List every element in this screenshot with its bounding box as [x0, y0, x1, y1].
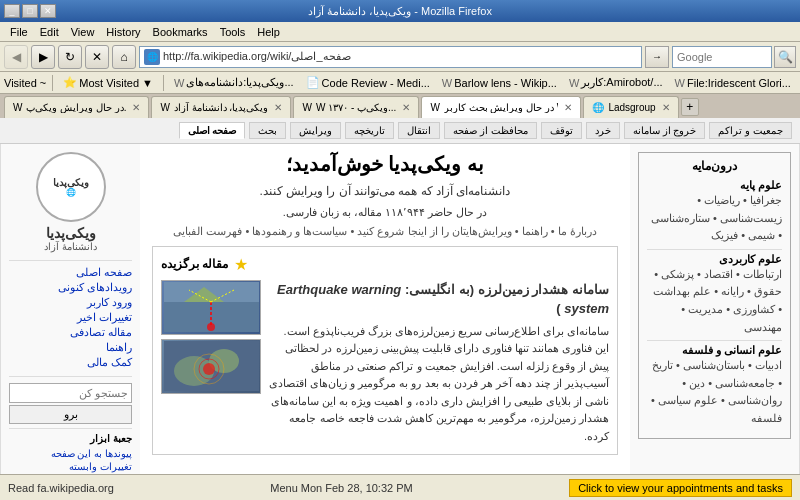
search-container: 🔍	[672, 46, 796, 68]
featured-article-header: ★ مقاله برگزیده	[161, 255, 609, 274]
wiki-logo-area: ویکی‌پدیا 🌐 ویکی‌پدیا دانشنامهٔ آزاد	[9, 152, 132, 252]
tab-4[interactable]: 🌐 Ladsgroup ✕	[583, 96, 678, 118]
tab-0-label: در حال ویرایش ویکی‌پ...	[26, 102, 126, 113]
bookmark-3[interactable]: W Barlow lens - Wikip...	[438, 76, 561, 90]
contents-section-1: علوم کاربردی ارتباطات • اقتصاد • پزشکی •…	[647, 253, 782, 336]
stop-button[interactable]: ✕	[85, 45, 109, 69]
go-button[interactable]: →	[645, 46, 669, 68]
menu-tools[interactable]: Tools	[214, 24, 252, 40]
menu-view[interactable]: View	[65, 24, 101, 40]
sidebar-link-help[interactable]: راهنما	[9, 340, 132, 355]
wiki-tab-main[interactable]: صفحه اصلی	[179, 122, 246, 139]
reload-button[interactable]: ↻	[58, 45, 82, 69]
tab-0[interactable]: W در حال ویرایش ویکی‌پ... ✕	[4, 96, 149, 118]
tab-2-close[interactable]: ✕	[402, 102, 410, 113]
featured-article-images	[161, 280, 261, 446]
featured-article-title: سامانه هشدار زمین‌لرزه (به انگلیسی: Eart…	[269, 280, 609, 319]
statusbar-url: Read fa.wikipedia.org	[8, 482, 114, 494]
wiki-tab-extra2[interactable]: خروج از سامانه	[624, 122, 706, 139]
new-tab-button[interactable]: +	[681, 98, 699, 116]
wiki-tab-extra3[interactable]: خرد	[586, 122, 620, 139]
tab-3-label: در حال ویرایش بحث کاربر W	[444, 102, 559, 113]
sidebar-divider-1	[9, 260, 132, 261]
featured-header-title: مقاله برگزیده	[161, 257, 228, 271]
wiki-name: ویکی‌پدیا	[9, 225, 132, 241]
bookmark-2[interactable]: 📄 Code Review - Medi...	[302, 75, 434, 90]
welcome-desc2: در حال حاضر ۱۱۸٬۹۴۴ مقاله، به زبان فارسی…	[152, 204, 618, 221]
svg-point-10	[203, 363, 215, 375]
bookmark-3-icon: W	[442, 77, 452, 89]
close-button[interactable]: ✕	[40, 4, 56, 18]
wiki-inner-toolbar: جمعیت و تراکم خروج از سامانه خرد توقف مح…	[0, 118, 800, 144]
bookmarks-toolbar: Visited ~ ⭐ Most Visited ▼ W ویکی‌پدیا:د…	[0, 72, 800, 94]
toolbox-link-3[interactable]: صفحه‌های ویژه	[9, 473, 132, 474]
earthquake-diagram-svg	[164, 282, 259, 332]
wiki-search-input[interactable]	[9, 383, 132, 403]
featured-article-body: سامانه‌ای برای اطلاع‌رسانی سریع زمین‌لرز…	[269, 323, 609, 446]
sidebar-divider-2	[9, 376, 132, 377]
address-bar[interactable]: 🌐 http://fa.wikipedia.org/wiki/‎صفحه_اصل…	[139, 46, 642, 68]
sidebar-link-events[interactable]: رویدادهای کنونی	[9, 280, 132, 295]
section-2-items: ادبیات • باستان‌شناسی • تاریخ • جامعه‌شن…	[647, 357, 782, 427]
contents-title: درون‌مایه	[647, 159, 782, 173]
tab-3-close[interactable]: ✕	[564, 102, 572, 113]
search-input[interactable]	[672, 46, 772, 68]
home-button[interactable]: ⌂	[112, 45, 136, 69]
statusbar-notification[interactable]: Click to view your appointments and task…	[569, 479, 792, 497]
earthquake-image-1	[161, 280, 261, 335]
featured-article-content: سامانه هشدار زمین‌لرزه (به انگلیسی: Eart…	[161, 280, 609, 446]
featured-title-fa: سامانه هشدار زمین‌لرزه (به انگلیسی:	[405, 282, 609, 297]
bookmark-separator-2	[163, 75, 164, 91]
sidebar-link-random[interactable]: مقاله تصادفی	[9, 325, 132, 340]
sidebar-link-home[interactable]: صفحه اصلی	[9, 265, 132, 280]
navigation-toolbar: ◀ ▶ ↻ ✕ ⌂ 🌐 http://fa.wikipedia.org/wiki…	[0, 42, 800, 72]
sidebar-link-changes[interactable]: تغییرات اخیر	[9, 310, 132, 325]
toolbox-link-1[interactable]: پیوندها به این صفحه	[9, 447, 132, 460]
forward-button[interactable]: ▶	[31, 45, 55, 69]
earthquake-map-svg	[164, 341, 259, 391]
wiki-tab-discuss[interactable]: بحث	[249, 122, 286, 139]
menu-help[interactable]: Help	[251, 24, 286, 40]
tab-4-close[interactable]: ✕	[662, 102, 670, 113]
bookmark-most-visited[interactable]: ⭐ Most Visited ▼	[59, 75, 157, 90]
wiki-tab-stop[interactable]: توقف	[541, 122, 582, 139]
wiki-tab-history[interactable]: تاریخچه	[345, 122, 394, 139]
tab-1-close[interactable]: ✕	[274, 102, 282, 113]
welcome-title: به ویکی‌پدیا خوش‌آمدید؛	[152, 152, 618, 176]
section-2-title: علوم انسانی و فلسفه	[647, 344, 782, 357]
tab-3[interactable]: W در حال ویرایش بحث کاربر W ✕	[421, 96, 581, 118]
page-content: جمعیت و تراکم خروج از سامانه خرد توقف مح…	[0, 118, 800, 474]
bookmark-1[interactable]: W ویکی‌پدیا:دانشنامه‌های...	[170, 75, 298, 90]
tab-2-label: W ۱۳۷۰ - ویکی‌پ...	[316, 102, 396, 113]
bookmark-5[interactable]: W File:Iridescent Glori...	[671, 76, 795, 90]
statusbar: Read fa.wikipedia.org Menu Mon Feb 28, 1…	[0, 474, 800, 500]
menu-history[interactable]: History	[100, 24, 146, 40]
contents-sep-2	[647, 340, 782, 341]
wiki-tab-move[interactable]: انتقال	[398, 122, 440, 139]
sidebar-link-donate[interactable]: کمک مالی	[9, 355, 132, 370]
menu-file[interactable]: File	[4, 24, 34, 40]
wiki-search-button[interactable]: برو	[9, 405, 132, 424]
minimize-button[interactable]: _	[4, 4, 20, 18]
statusbar-datetime: Menu Mon Feb 28, 10:32 PM	[270, 482, 412, 494]
search-button[interactable]: 🔍	[774, 46, 796, 68]
bookmark-4[interactable]: W کاربر:Amirobot/...	[565, 75, 667, 90]
wiki-tab-edit[interactable]: ویرایش	[290, 122, 341, 139]
tab-2[interactable]: W W ۱۳۷۰ - ویکی‌پ... ✕	[293, 96, 419, 118]
wiki-left-sidebar: درون‌مایه علوم پایه جغرافیا • ریاضیات • …	[630, 144, 800, 474]
page-icon: 🌐	[144, 49, 160, 65]
wiki-tab-protect[interactable]: محافظت از صفحه	[444, 122, 537, 139]
sidebar-link-login[interactable]: ورود کاربر	[9, 295, 132, 310]
menubar: File Edit View History Bookmarks Tools H…	[0, 22, 800, 42]
menu-bookmarks[interactable]: Bookmarks	[147, 24, 214, 40]
toolbox-link-2[interactable]: تغییرات وابسته	[9, 460, 132, 473]
wiki-search-box: برو	[9, 383, 132, 424]
section-0-items: جغرافیا • ریاضیات • زیست‌شناسی • ستاره‌ش…	[647, 192, 782, 245]
wiki-tab-extra1[interactable]: جمعیت و تراکم	[709, 122, 792, 139]
maximize-button[interactable]: □	[22, 4, 38, 18]
back-button[interactable]: ◀	[4, 45, 28, 69]
menu-edit[interactable]: Edit	[34, 24, 65, 40]
address-bar-container: 🌐 http://fa.wikipedia.org/wiki/‎صفحه_اصل…	[139, 46, 669, 68]
tab-0-close[interactable]: ✕	[132, 102, 140, 113]
tab-1[interactable]: W ویکی‌پدیا، دانشنامهٔ آزاد ✕	[151, 96, 291, 118]
